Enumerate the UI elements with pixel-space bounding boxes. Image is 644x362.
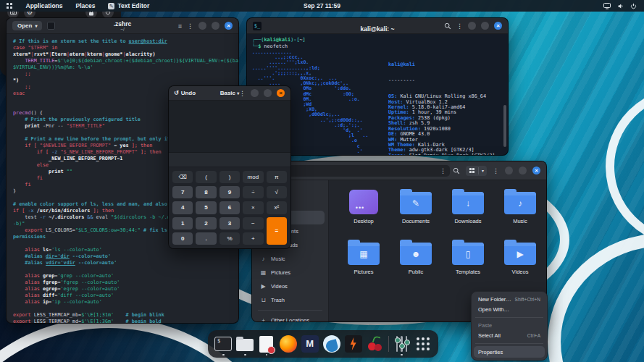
folder-templates[interactable]: ▯Templates xyxy=(442,237,494,287)
terminal-content[interactable]: ┌──(kali@kali)-[~]└─$ neofetch .........… xyxy=(247,34,508,50)
key-five[interactable]: 5 xyxy=(196,201,216,214)
open-button[interactable]: Open ▾ xyxy=(12,21,42,30)
key-divide[interactable]: ÷ xyxy=(243,186,263,198)
calculator-headerbar[interactable]: ↺ Undo Basic ▾ ⋮ × xyxy=(169,86,290,101)
key-two[interactable]: 2 xyxy=(196,217,216,230)
sidebar-item-other-locations[interactable]: +Other Locations xyxy=(256,313,325,322)
key-one[interactable]: 1 xyxy=(172,217,193,230)
screen-share-icon[interactable] xyxy=(603,3,611,9)
focused-app-menu[interactable]: ✎ Text Editor xyxy=(101,0,156,12)
undo-button[interactable]: ↺ Undo xyxy=(174,90,196,96)
key-subtract[interactable]: − xyxy=(243,217,263,230)
key-seven[interactable]: 7 xyxy=(172,186,193,198)
folder-public[interactable]: ☻Public xyxy=(390,237,442,287)
key-four[interactable]: 4 xyxy=(172,201,193,214)
search-icon[interactable] xyxy=(444,20,451,33)
key-percent[interactable]: % xyxy=(219,232,240,245)
folder-videos[interactable]: ▶Videos xyxy=(494,237,546,287)
folder-desktop[interactable]: •••Desktop xyxy=(338,186,390,237)
dock-item-metasploit[interactable]: M xyxy=(301,333,319,355)
menu-kebab-icon[interactable]: ⋮ xyxy=(187,22,193,30)
folder-documents[interactable]: ✎Documents xyxy=(390,186,442,237)
sidebar-item-pictures[interactable]: ▦Pictures xyxy=(256,266,325,279)
dock-item-wireshark[interactable] xyxy=(323,333,340,355)
code-line xyxy=(13,266,238,273)
running-indicator xyxy=(222,354,225,356)
minimize-button[interactable] xyxy=(198,22,206,30)
panel-toggle-icon[interactable]: ≡ xyxy=(178,22,182,30)
menu-item-select-all[interactable]: Select AllCtrl+A xyxy=(474,331,545,342)
maximize-button[interactable] xyxy=(481,22,489,30)
folder-pictures[interactable]: ▦Pictures xyxy=(338,237,390,287)
text-editor-headerbar[interactable]: Open ▾ .zshrc ~/ ≡ ⋮ × xyxy=(7,18,238,34)
key-paren-close[interactable]: ) xyxy=(219,171,240,183)
maximize-button[interactable] xyxy=(264,89,272,97)
minimize-button[interactable] xyxy=(468,22,476,30)
code-line: alias fgrep='fgrep --color=auto' xyxy=(13,279,238,286)
sidebar-item-label: Videos xyxy=(271,283,288,290)
maximize-button[interactable] xyxy=(212,22,219,30)
key-square-root[interactable]: √ xyxy=(267,186,287,198)
volume-icon[interactable] xyxy=(617,3,624,9)
dock-item-burp-suite[interactable] xyxy=(345,333,362,355)
dock-item-firefox[interactable] xyxy=(280,333,297,355)
mode-label: Basic xyxy=(220,90,235,96)
menu-kebab-icon[interactable]: ⋮ xyxy=(456,22,463,30)
dock-item-text-editor[interactable] xyxy=(258,333,275,355)
metasploit-icon: M xyxy=(301,335,319,353)
key-pi[interactable]: π xyxy=(267,171,287,183)
dock-item-terminal[interactable]: $ xyxy=(214,333,232,355)
context-menu: New Folder…Shift+Ctrl+NOpen With…PasteSe… xyxy=(471,291,548,361)
key-decimal-point[interactable]: . xyxy=(196,232,216,245)
maximize-button[interactable] xyxy=(519,167,527,174)
key-three[interactable]: 3 xyxy=(219,217,240,230)
files-headerbar[interactable]: ⌂ Home ⋮ ▾ ⋮ × xyxy=(252,161,546,180)
dock-item-files[interactable] xyxy=(236,333,254,355)
caret-down-icon: ▾ xyxy=(35,23,37,28)
key-backspace[interactable]: ⌫ xyxy=(172,171,193,183)
menu-applications[interactable]: Applications xyxy=(20,0,70,12)
activities-grid-icon[interactable] xyxy=(7,3,12,9)
menu-kebab-icon[interactable]: ⋮ xyxy=(239,90,246,97)
sidebar-item-videos[interactable]: ▶Videos xyxy=(256,279,325,293)
key-modulo[interactable]: mod xyxy=(243,171,263,183)
path-options-kebab-icon[interactable]: ⋮ xyxy=(440,167,446,174)
calculator-entry-row[interactable] xyxy=(169,153,290,167)
firefox-icon xyxy=(280,335,297,353)
minimize-button[interactable] xyxy=(251,89,259,97)
key-eight[interactable]: 8 xyxy=(196,186,216,198)
dock-item-cherrytree[interactable] xyxy=(367,333,384,355)
focused-app-label: Text Editor xyxy=(117,2,149,9)
key-square[interactable]: x² xyxy=(267,201,287,214)
view-switcher-button[interactable]: ▾ xyxy=(466,166,487,176)
terminal-headerbar[interactable]: $_ kali@kali: ~ ⋮ × xyxy=(247,18,508,34)
folder-music[interactable]: ♪Music xyxy=(494,186,546,237)
running-indicator xyxy=(401,354,403,356)
key-six[interactable]: 6 xyxy=(219,201,240,214)
key-nine[interactable]: 9 xyxy=(219,186,240,198)
menu-item-properties[interactable]: Properties xyxy=(474,346,545,358)
menu-kebab-icon[interactable]: ⋮ xyxy=(493,167,499,174)
close-button[interactable]: × xyxy=(532,167,540,174)
close-button[interactable]: × xyxy=(277,89,285,97)
dock-item-app-grid[interactable] xyxy=(414,333,432,355)
folder-downloads[interactable]: ↓Downloads xyxy=(442,186,494,237)
sidebar-item-trash[interactable]: ⊔Trash xyxy=(256,293,325,307)
menu-item-open-with[interactable]: Open With… xyxy=(474,305,545,316)
calculator-window: ↺ Undo Basic ▾ ⋮ × ⌫()modπ789÷√456×x²123… xyxy=(168,85,291,249)
key-equals[interactable]: = xyxy=(267,217,287,245)
menu-places[interactable]: Places xyxy=(70,0,102,12)
close-button[interactable]: × xyxy=(225,22,233,30)
minimize-button[interactable] xyxy=(505,167,513,174)
dock-item-tweaks[interactable] xyxy=(393,333,411,355)
power-icon[interactable] xyxy=(630,3,637,9)
key-add[interactable]: + xyxy=(243,232,263,245)
key-zero[interactable]: 0 xyxy=(172,232,193,245)
key-paren-open[interactable]: ( xyxy=(196,171,216,183)
sidebar-item-music[interactable]: ♪Music xyxy=(256,252,325,266)
close-button[interactable]: × xyxy=(494,22,502,30)
terminal-scrollbar[interactable] xyxy=(503,105,506,147)
menu-item-new-folder[interactable]: New Folder…Shift+Ctrl+N xyxy=(474,294,545,305)
search-icon[interactable] xyxy=(453,164,460,177)
key-multiply[interactable]: × xyxy=(243,201,263,214)
